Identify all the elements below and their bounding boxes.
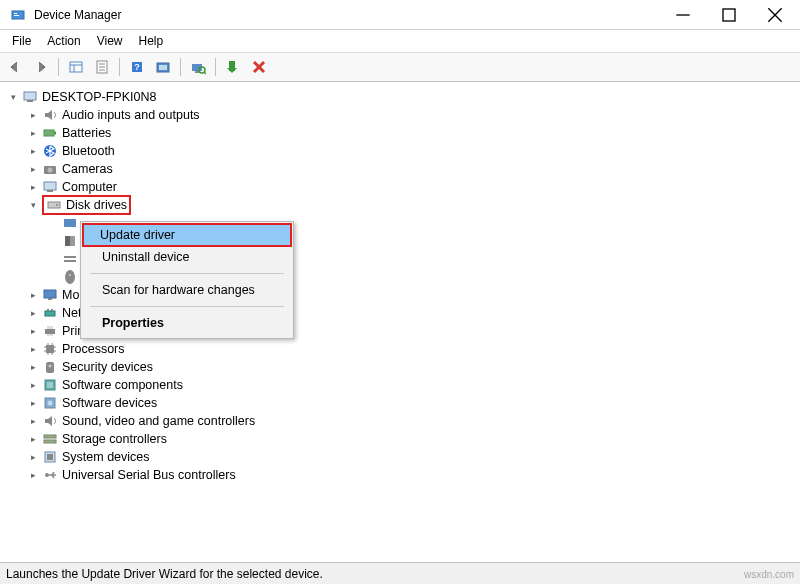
expander-icon[interactable]: ▸ xyxy=(26,288,40,302)
tree-node-label: Software devices xyxy=(62,396,157,410)
expander-icon[interactable]: ▸ xyxy=(26,108,40,122)
menu-view[interactable]: View xyxy=(89,32,131,50)
tree-node-label: Storage controllers xyxy=(62,432,167,446)
expander-icon[interactable]: ▸ xyxy=(26,378,40,392)
svg-rect-28 xyxy=(54,132,56,135)
tree-node[interactable]: ▸Bluetooth xyxy=(2,142,798,160)
svg-rect-45 xyxy=(45,311,55,316)
svg-rect-7 xyxy=(70,62,82,72)
expander-icon[interactable]: ▸ xyxy=(26,432,40,446)
tree-node[interactable]: ▸Storage controllers xyxy=(2,430,798,448)
svg-rect-38 xyxy=(70,236,75,246)
expander-icon[interactable]: ▸ xyxy=(26,306,40,320)
tree-node[interactable]: ▸Cameras xyxy=(2,160,798,178)
forward-button[interactable] xyxy=(30,56,52,78)
expander-spacer xyxy=(46,216,60,230)
device-category-icon xyxy=(42,323,58,339)
ctx-properties[interactable]: Properties xyxy=(84,311,290,335)
expander-icon[interactable]: ▸ xyxy=(26,162,40,176)
device-category-icon xyxy=(42,161,58,177)
window-title: Device Manager xyxy=(34,8,660,22)
toolbar: ? xyxy=(0,52,800,82)
window-controls xyxy=(660,0,798,29)
expander-icon[interactable]: ▸ xyxy=(26,396,40,410)
ctx-scan-hardware[interactable]: Scan for hardware changes xyxy=(84,278,290,302)
expander-icon[interactable]: ▸ xyxy=(26,126,40,140)
tree-node[interactable]: ▸Security devices xyxy=(2,358,798,376)
tree-node[interactable]: ▸Audio inputs and outputs xyxy=(2,106,798,124)
action-button[interactable] xyxy=(152,56,174,78)
context-menu: Update driver Uninstall device Scan for … xyxy=(80,221,294,339)
expander-icon[interactable]: ▸ xyxy=(26,468,40,482)
computer-icon xyxy=(22,89,38,105)
expander-icon[interactable]: ▸ xyxy=(26,342,40,356)
expander-spacer xyxy=(46,252,60,266)
menu-help[interactable]: Help xyxy=(131,32,172,50)
expander-icon[interactable]: ▸ xyxy=(26,180,40,194)
tree-node-label: Sound, video and game controllers xyxy=(62,414,255,428)
expander-icon[interactable]: ▸ xyxy=(26,360,40,374)
expander-icon[interactable]: ▸ xyxy=(26,324,40,338)
device-category-icon xyxy=(42,359,58,375)
expander-icon[interactable]: ▸ xyxy=(26,144,40,158)
update-driver-toolbar-button[interactable] xyxy=(222,56,244,78)
expander-icon[interactable]: ▸ xyxy=(26,414,40,428)
minimize-button[interactable] xyxy=(660,0,706,29)
device-category-icon xyxy=(42,395,58,411)
help-button[interactable]: ? xyxy=(126,56,148,78)
tree-root[interactable]: ▾ DESKTOP-FPKI0N8 xyxy=(2,88,798,106)
device-category-icon xyxy=(42,305,58,321)
expander-icon[interactable]: ▸ xyxy=(26,450,40,464)
svg-rect-66 xyxy=(44,435,56,438)
tree-node-label: Processors xyxy=(62,342,125,356)
svg-rect-49 xyxy=(47,326,53,329)
show-hide-console-button[interactable] xyxy=(65,56,87,78)
expander-icon[interactable]: ▾ xyxy=(6,90,20,104)
toolbar-separator xyxy=(215,58,216,76)
close-button[interactable] xyxy=(752,0,798,29)
device-tree-panel[interactable]: ▾ DESKTOP-FPKI0N8 ▸Audio inputs and outp… xyxy=(0,82,800,562)
device-category-icon xyxy=(42,179,58,195)
tree-node[interactable]: ▸Sound, video and game controllers xyxy=(2,412,798,430)
device-category-icon xyxy=(42,143,58,159)
tree-node-label: Software components xyxy=(62,378,183,392)
tree-node-label: Batteries xyxy=(62,126,111,140)
device-category-icon xyxy=(42,413,58,429)
svg-point-65 xyxy=(48,401,53,406)
tree-node-label: Universal Serial Bus controllers xyxy=(62,468,236,482)
svg-point-70 xyxy=(45,473,49,477)
svg-point-42 xyxy=(69,274,71,276)
menu-action[interactable]: Action xyxy=(39,32,88,50)
back-button[interactable] xyxy=(4,56,26,78)
tree-node[interactable]: ▸Processors xyxy=(2,340,798,358)
uninstall-button[interactable] xyxy=(248,56,270,78)
svg-rect-37 xyxy=(65,236,70,246)
toolbar-separator xyxy=(58,58,59,76)
svg-rect-1 xyxy=(14,13,17,14)
tree-node[interactable]: ▸System devices xyxy=(2,448,798,466)
tree-node[interactable]: ▸Computer xyxy=(2,178,798,196)
watermark: wsxdn.com xyxy=(744,569,794,580)
tree-node[interactable]: ▸Software components xyxy=(2,376,798,394)
toolbar-separator xyxy=(119,58,120,76)
svg-point-61 xyxy=(49,365,52,368)
ctx-update-driver[interactable]: Update driver xyxy=(82,223,292,247)
svg-rect-46 xyxy=(47,309,49,311)
tree-node[interactable]: ▸Software devices xyxy=(2,394,798,412)
ctx-item-label: Update driver xyxy=(100,228,175,242)
tree-node[interactable]: ▾Disk drives xyxy=(2,196,798,214)
ctx-uninstall-device[interactable]: Uninstall device xyxy=(84,245,290,269)
maximize-button[interactable] xyxy=(706,0,752,29)
disk-drive-icon xyxy=(62,215,78,231)
statusbar-text: Launches the Update Driver Wizard for th… xyxy=(6,567,323,581)
properties-button[interactable] xyxy=(91,56,113,78)
scan-hardware-button[interactable] xyxy=(187,56,209,78)
tree-node[interactable]: ▸Universal Serial Bus controllers xyxy=(2,466,798,484)
expander-icon[interactable]: ▾ xyxy=(26,198,40,212)
svg-rect-36 xyxy=(64,219,76,227)
svg-rect-27 xyxy=(44,130,54,136)
device-category-icon xyxy=(42,287,58,303)
tree-node[interactable]: ▸Batteries xyxy=(2,124,798,142)
device-category-icon xyxy=(42,377,58,393)
menu-file[interactable]: File xyxy=(4,32,39,50)
